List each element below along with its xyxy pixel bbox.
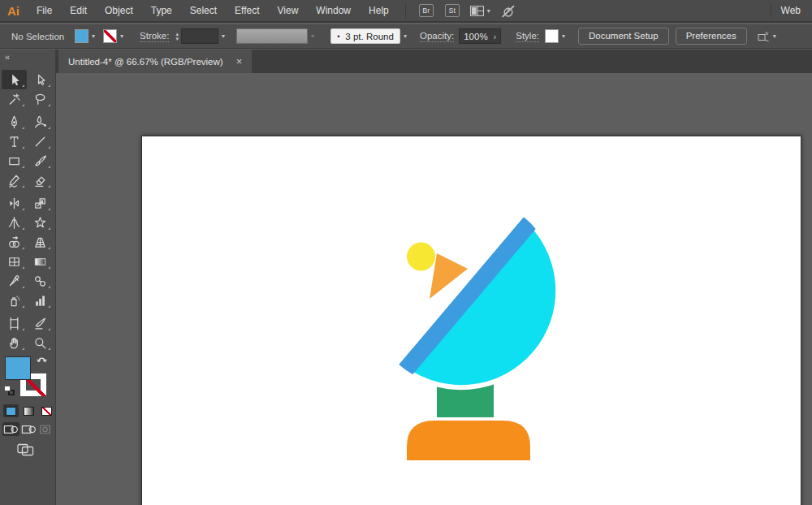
menu-window[interactable]: Window (307, 0, 360, 21)
rotate-tool[interactable] (2, 193, 27, 213)
stroke-chevron-icon[interactable]: ▾ (120, 32, 123, 40)
default-fill-stroke-icon[interactable] (4, 386, 15, 395)
column-graph-tool[interactable] (28, 291, 53, 310)
width-tool[interactable] (2, 213, 27, 232)
direct-selection-tool[interactable] (28, 70, 53, 89)
tab-close-icon[interactable]: × (236, 56, 243, 67)
scale-tool[interactable] (28, 193, 53, 213)
tool-grid (0, 70, 55, 352)
brush-definition-dropdown[interactable]: • 3 pt. Round (330, 28, 400, 44)
menubar-divider (405, 3, 406, 18)
draw-behind-icon (21, 424, 37, 435)
type-tool[interactable] (2, 132, 27, 151)
perspective-grid-tool[interactable] (28, 232, 53, 252)
eyedropper-tool[interactable] (2, 271, 27, 291)
zoom-tool[interactable] (28, 333, 53, 352)
draw-behind-button[interactable] (20, 422, 37, 436)
swap-fill-stroke-icon[interactable] (37, 355, 47, 366)
brush-bullet: • (337, 32, 339, 41)
transform-chevron-icon[interactable]: ▾ (773, 32, 776, 40)
menu-effect[interactable]: Effect (226, 0, 268, 21)
eyedropper-tool-icon (6, 274, 22, 289)
opacity-label[interactable]: Opacity: (420, 30, 454, 42)
stroke-weight-chevron-icon[interactable]: ▾ (222, 32, 225, 40)
signal-ball[interactable] (407, 243, 435, 271)
draw-normal-button[interactable] (2, 422, 19, 436)
fill-chevron-icon[interactable]: ▾ (92, 32, 95, 40)
menu-view[interactable]: View (269, 0, 308, 21)
artboard-tool[interactable] (2, 313, 27, 333)
menu-file[interactable]: File (28, 0, 61, 21)
stock-button[interactable]: St (445, 4, 460, 17)
menu-edit[interactable]: Edit (61, 0, 96, 21)
style-swatch[interactable] (545, 29, 559, 43)
screen-mode-icon (17, 443, 34, 457)
gradient-tool-icon (32, 254, 48, 270)
stepper-down-icon[interactable]: ▾ (175, 37, 179, 41)
screen-mode-button[interactable] (17, 443, 34, 460)
line-segment-tool[interactable] (28, 132, 53, 151)
bridge-button[interactable]: Br (419, 4, 434, 17)
canvas-area[interactable] (57, 73, 812, 505)
shape-builder-tool[interactable] (2, 232, 27, 252)
fill-color-swatch[interactable] (75, 29, 89, 43)
stroke-color-swatch[interactable] (103, 29, 117, 43)
mesh-tool[interactable] (2, 252, 27, 271)
brush-chevron-icon[interactable]: ▾ (404, 32, 407, 40)
dish-base[interactable] (407, 421, 530, 460)
hand-tool[interactable] (2, 333, 27, 352)
symbol-sprayer-tool[interactable] (2, 291, 27, 310)
paintbrush-tool[interactable] (28, 151, 53, 170)
slice-tool[interactable] (28, 313, 53, 333)
lasso-tool[interactable] (28, 89, 53, 109)
arrange-documents-button[interactable]: ▾ (470, 6, 490, 16)
color-mode-buttons (3, 404, 54, 417)
column-graph-tool-icon (32, 293, 48, 309)
transform-panel-button[interactable]: ▾ (757, 31, 776, 42)
chevron-down-icon: ▾ (487, 7, 490, 15)
document-tab-bar: Untitled-4* @ 66.67% (RGB/Preview) × (56, 50, 812, 73)
app-logo[interactable]: Ai (0, 4, 28, 18)
gradient-button[interactable] (21, 404, 37, 417)
stroke-weight-label[interactable]: Stroke: (140, 30, 169, 42)
collapse-panel-icon[interactable]: « (0, 50, 55, 64)
document-tab[interactable]: Untitled-4* @ 66.67% (RGB/Preview) × (58, 50, 252, 73)
rectangle-tool[interactable] (2, 151, 27, 170)
menu-select[interactable]: Select (181, 0, 226, 21)
shaper-tool-icon (6, 173, 22, 188)
fill-proxy-swatch[interactable] (5, 356, 31, 380)
gradient-tool[interactable] (28, 252, 53, 271)
blend-tool[interactable] (28, 271, 53, 291)
stroke-weight-stepper[interactable]: ▴ ▾ (175, 32, 179, 41)
illustrator-window: Ai FileEditObjectTypeSelectEffectViewWin… (0, 0, 812, 505)
shaper-tool[interactable] (2, 170, 27, 190)
drawing-mode-buttons (2, 422, 55, 436)
menu-help[interactable]: Help (360, 0, 398, 21)
artboard[interactable] (141, 136, 801, 505)
line-segment-tool-icon (32, 134, 48, 149)
pen-tool[interactable] (2, 112, 27, 132)
document-setup-button[interactable]: Document Setup (578, 28, 669, 45)
opacity-panel-arrow-icon[interactable]: › (493, 32, 496, 41)
style-chevron-icon[interactable]: ▾ (562, 32, 565, 40)
width-profile-dropdown (236, 28, 308, 44)
color-button[interactable] (3, 404, 19, 417)
magic-wand-tool[interactable] (2, 89, 27, 109)
menu-object[interactable]: Object (96, 0, 142, 21)
selection-tool-icon (6, 72, 22, 88)
opacity-field[interactable]: 100% › (459, 28, 501, 44)
gpu-performance-button[interactable] (500, 4, 516, 18)
eraser-tool[interactable] (28, 170, 53, 190)
draw-normal-icon (3, 424, 19, 435)
curvature-tool[interactable] (28, 112, 53, 132)
preferences-button[interactable]: Preferences (676, 28, 747, 45)
none-button[interactable] (39, 404, 54, 417)
stroke-weight-field[interactable] (181, 28, 218, 44)
free-transform-tool[interactable] (28, 213, 53, 232)
blend-tool-icon (32, 274, 48, 289)
selection-tool[interactable] (2, 70, 27, 89)
gpu-performance-icon (500, 4, 516, 18)
style-label[interactable]: Style: (516, 30, 539, 42)
workspace-switcher[interactable]: Web (771, 5, 812, 16)
menu-type[interactable]: Type (142, 0, 181, 21)
